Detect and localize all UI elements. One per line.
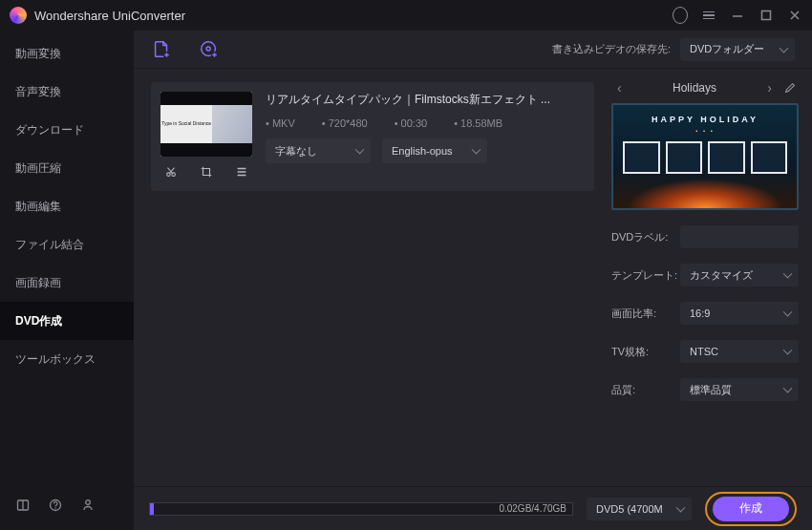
file-card[interactable]: Type in Social Distance リアルタイムタイプパッ <box>151 82 594 191</box>
menu-preview-deco-icon: • • • <box>613 128 797 134</box>
sidebar-item-dvd-burn[interactable]: DVD作成 <box>0 302 134 340</box>
thumb-tools <box>160 162 252 181</box>
audio-track-select[interactable]: English-opus <box>382 138 487 163</box>
minimize-icon[interactable] <box>730 8 745 23</box>
save-dest-select[interactable]: DVDフォルダー <box>680 38 795 61</box>
aspect-label: 画面比率: <box>611 307 680 321</box>
sidebar-item-audio-convert[interactable]: 音声変換 <box>0 73 134 111</box>
file-thumbnail: Type in Social Distance <box>160 92 252 157</box>
dvd-label-input[interactable] <box>680 225 799 248</box>
disc-usage-text: 0.02GB/4.70GB <box>499 502 566 515</box>
file-format: MKV <box>266 117 295 129</box>
menu-preview-frames <box>623 141 787 174</box>
app-logo-icon <box>10 7 27 24</box>
menu-preview[interactable]: HAPPY HOLIDAY • • • <box>611 103 799 210</box>
tv-standard-value: NTSC <box>690 346 718 357</box>
save-dest-label: 書き込みビデオの保存先: <box>552 42 671 56</box>
svg-point-4 <box>86 500 91 505</box>
menu-preview-art-icon <box>613 174 797 208</box>
burn-label: 作成 <box>739 501 762 515</box>
save-dest-value: DVDフォルダー <box>690 42 764 56</box>
tv-standard-select[interactable]: NTSC <box>680 340 799 363</box>
sidebar-item-video-convert[interactable]: 動画変換 <box>0 34 134 73</box>
svg-point-3 <box>54 507 55 508</box>
preferences-icon[interactable] <box>80 498 96 513</box>
tutorial-icon[interactable] <box>15 498 31 513</box>
user-account-icon[interactable] <box>673 8 688 23</box>
close-icon[interactable] <box>787 8 802 23</box>
tv-standard-label: TV規格: <box>611 345 680 359</box>
thumb-caption: Type in Social Distance <box>161 121 211 127</box>
sidebar-item-label: ダウンロード <box>15 122 84 138</box>
menu-edit-icon[interactable] <box>783 81 797 95</box>
trim-icon[interactable] <box>164 165 178 179</box>
sidebar-item-label: 動画変換 <box>15 46 61 62</box>
disc-usage-fill <box>150 503 154 515</box>
template-value: カスタマイズ <box>690 268 753 283</box>
file-size: 18.58MB <box>454 117 502 129</box>
svg-rect-0 <box>762 11 771 20</box>
subtitle-select[interactable]: 字幕なし <box>266 138 371 163</box>
file-meta-row: MKV 720*480 00:30 18.58MB <box>266 117 585 129</box>
dvd-menu-panel: ‹ Holidays › HAPPY HOLIDAY • • • DVDラベル: <box>611 69 812 486</box>
sidebar-item-compress[interactable]: 動画圧縮 <box>0 149 134 187</box>
quality-value: 標準品質 <box>690 383 732 397</box>
sidebar-item-label: 動画編集 <box>15 199 61 215</box>
sidebar-item-label: ツールボックス <box>15 351 96 368</box>
sidebar-item-label: 音声変換 <box>15 84 61 100</box>
help-icon[interactable] <box>48 498 63 513</box>
sidebar-item-label: DVD作成 <box>15 313 62 329</box>
sidebar: 動画変換 音声変換 ダウンロード 動画圧縮 動画編集 ファイル結合 画面録画 D… <box>0 31 134 530</box>
crop-icon[interactable] <box>200 165 213 179</box>
menu-template-name: Holidays <box>673 81 716 95</box>
disc-type-value: DVD5 (4700M <box>596 503 663 515</box>
footer: 0.02GB/4.70GB DVD5 (4700M 作成 <box>134 486 812 530</box>
file-duration: 00:30 <box>395 117 427 129</box>
disc-usage-bar: 0.02GB/4.70GB <box>149 502 573 516</box>
dvd-label-label: DVDラベル: <box>611 230 680 244</box>
load-disc-button[interactable] <box>199 39 220 60</box>
add-file-button[interactable] <box>151 39 172 60</box>
menu-icon[interactable] <box>701 8 716 23</box>
quality-select[interactable]: 標準品質 <box>680 378 799 401</box>
menu-next-icon[interactable]: › <box>763 78 776 97</box>
aspect-value: 16:9 <box>690 307 710 319</box>
sidebar-item-toolbox[interactable]: ツールボックス <box>0 340 134 378</box>
svg-point-7 <box>206 47 210 51</box>
sidebar-item-edit[interactable]: 動画編集 <box>0 187 134 225</box>
template-select[interactable]: カスタマイズ <box>680 264 799 286</box>
disc-type-select[interactable]: DVD5 (4700M <box>587 498 692 520</box>
file-title: リアルタイムタイプパック｜Filmstocks新エフェクト ... <box>266 92 585 108</box>
aspect-select[interactable]: 16:9 <box>680 302 799 325</box>
subtitle-value: 字幕なし <box>275 144 317 159</box>
menu-prev-icon[interactable]: ‹ <box>613 78 626 97</box>
toolbar: 書き込みビデオの保存先: DVDフォルダー <box>134 31 812 69</box>
template-label: テンプレート: <box>611 268 680 283</box>
sidebar-item-screen-record[interactable]: 画面録画 <box>0 264 134 302</box>
quality-label: 品質: <box>611 383 680 397</box>
sidebar-item-merge[interactable]: ファイル結合 <box>0 225 134 264</box>
burn-button[interactable]: 作成 <box>713 497 789 521</box>
sidebar-item-download[interactable]: ダウンロード <box>0 111 134 149</box>
file-list: Type in Social Distance リアルタイムタイプパッ <box>134 69 611 486</box>
content-area: 書き込みビデオの保存先: DVDフォルダー Type in Social Dis… <box>134 31 812 530</box>
maximize-icon[interactable] <box>759 8 774 23</box>
menu-preview-title: HAPPY HOLIDAY <box>613 115 797 124</box>
effects-icon[interactable] <box>235 165 248 179</box>
sidebar-item-label: 画面録画 <box>15 275 61 291</box>
app-title: Wondershare UniConverter <box>34 9 185 23</box>
sidebar-item-label: ファイル結合 <box>15 237 84 253</box>
sidebar-bottom-icons <box>0 498 134 530</box>
window-controls <box>673 8 802 23</box>
file-resolution: 720*480 <box>322 117 368 129</box>
titlebar: Wondershare UniConverter <box>0 0 812 31</box>
audio-value: English-opus <box>392 145 453 157</box>
sidebar-item-label: 動画圧縮 <box>15 160 61 177</box>
burn-button-highlight: 作成 <box>705 492 797 526</box>
